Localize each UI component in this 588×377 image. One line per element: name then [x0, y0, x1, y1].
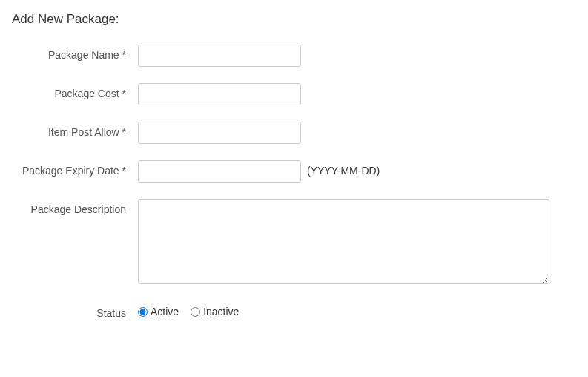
status-active-label[interactable]: Active — [151, 306, 179, 318]
package-cost-label: Package Cost * — [12, 83, 138, 99]
status-inactive-radio[interactable] — [191, 307, 200, 317]
row-status: Status Active Inactive — [12, 303, 576, 319]
item-post-allow-label: Item Post Allow * — [12, 122, 138, 138]
row-item-post-allow: Item Post Allow * — [12, 122, 576, 144]
row-description: Package Description — [12, 199, 576, 286]
package-name-label: Package Name * — [12, 45, 138, 61]
package-cost-input[interactable] — [138, 83, 301, 105]
item-post-allow-input[interactable] — [138, 122, 301, 144]
status-label: Status — [12, 303, 138, 319]
row-expiry-date: Package Expiry Date * (YYYY-MM-DD) — [12, 160, 576, 183]
status-active-radio[interactable] — [138, 307, 148, 317]
expiry-date-label: Package Expiry Date * — [12, 160, 138, 177]
description-label: Package Description — [12, 199, 138, 215]
row-package-name: Package Name * — [12, 45, 576, 67]
status-inactive-label[interactable]: Inactive — [203, 306, 239, 318]
description-textarea[interactable] — [138, 199, 549, 284]
page-title: Add New Package: — [12, 12, 576, 27]
package-name-input[interactable] — [138, 45, 301, 67]
row-package-cost: Package Cost * — [12, 83, 576, 105]
expiry-date-hint: (YYYY-MM-DD) — [307, 160, 380, 177]
expiry-date-input[interactable] — [138, 160, 301, 183]
